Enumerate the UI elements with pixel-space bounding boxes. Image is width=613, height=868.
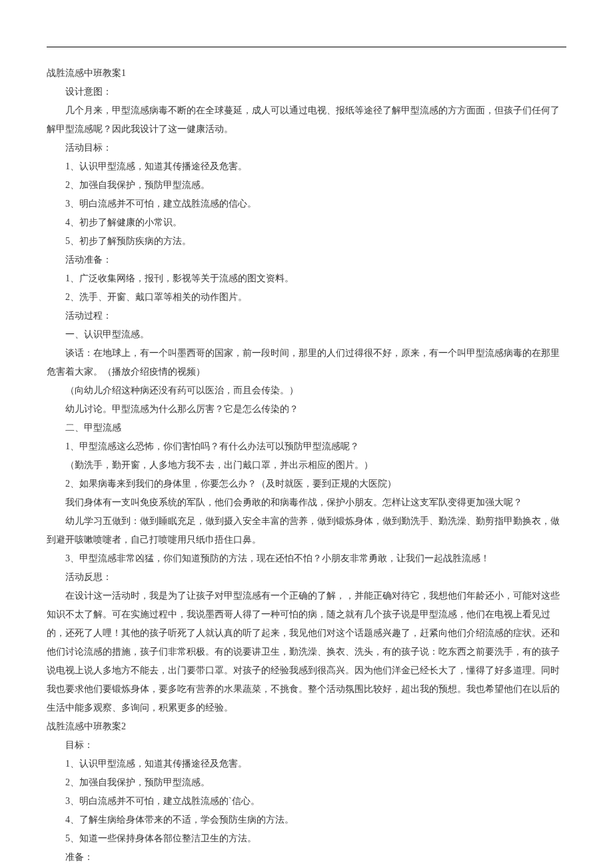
paragraph: 几个月来，甲型流感病毒不断的在全球蔓延，成人可以通过电视、报纸等途径了解甲型流感…	[47, 101, 566, 139]
list-item: 1、广泛收集网络，报刊，影视等关于流感的图文资料。	[47, 269, 566, 288]
section-title: 战胜流感中班教案1	[47, 64, 566, 83]
list-item: 1、甲型流感这么恐怖，你们害怕吗？有什么办法可以预防甲型流感呢？	[47, 437, 566, 456]
paragraph: 谈话：在地球上，有一个叫墨西哥的国家，前一段时间，那里的人们过得很不好，原来，有…	[47, 344, 566, 381]
list-item: 2、加强自我保护，预防甲型流感。	[47, 773, 566, 792]
paragraph: 活动目标：	[47, 139, 566, 157]
list-item: 1、认识甲型流感，知道其传播途径及危害。	[47, 157, 566, 176]
list-item: 2、如果病毒来到我们的身体里，你要怎么办？（及时就医，要到正规的大医院）	[47, 475, 566, 493]
paragraph: 在设计这一活动时，我是为了让孩子对甲型流感有一个正确的了解，，并能正确对待它，我…	[47, 587, 566, 717]
list-item: 1、认识甲型流感，知道其传播途径及危害。	[47, 755, 566, 773]
paragraph: 准备：	[47, 848, 566, 867]
paragraph: 活动准备：	[47, 251, 566, 269]
section-title: 战胜流感中班教案2	[47, 717, 566, 736]
list-item: 3、甲型流感非常凶猛，你们知道预防的方法，现在还怕不怕？小朋友非常勇敢，让我们一…	[47, 549, 566, 568]
list-item: 4、初步了解健康的小常识。	[47, 213, 566, 232]
document-page: 战胜流感中班教案1设计意图：几个月来，甲型流感病毒不断的在全球蔓延，成人可以通过…	[0, 0, 613, 868]
list-item: 3、明白流感并不可怕，建立战胜流感的`信心。	[47, 792, 566, 811]
top-horizontal-rule	[47, 47, 566, 47]
list-item: 5、知道一些保持身体各部位整洁卫生的方法。	[47, 829, 566, 848]
paragraph: （勤洗手，勤开窗，人多地方我不去，出门戴口罩，并出示相应的图片。）	[47, 456, 566, 475]
paragraph: 我们身体有一支叫免疫系统的军队，他们会勇敢的和病毒作战，保护小朋友。怎样让这支军…	[47, 493, 566, 512]
list-item: 3、明白流感并不可怕，建立战胜流感的信心。	[47, 195, 566, 213]
paragraph: 活动反思：	[47, 568, 566, 587]
paragraph: 一、认识甲型流感。	[47, 325, 566, 344]
paragraph: （向幼儿介绍这种病还没有药可以医治，而且会传染。）	[47, 381, 566, 400]
list-item: 5、初步了解预防疾病的方法。	[47, 232, 566, 251]
paragraph: 设计意图：	[47, 83, 566, 101]
list-item: 2、加强自我保护，预防甲型流感。	[47, 176, 566, 195]
paragraph: 目标：	[47, 736, 566, 755]
list-item: 2、洗手、开窗、戴口罩等相关的动作图片。	[47, 288, 566, 307]
document-body: 战胜流感中班教案1设计意图：几个月来，甲型流感病毒不断的在全球蔓延，成人可以通过…	[47, 64, 566, 868]
paragraph: 幼儿讨论。甲型流感为什么那么厉害？它是怎么传染的？	[47, 400, 566, 419]
list-item: 4、了解生病给身体带来的不适，学会预防生病的方法。	[47, 811, 566, 829]
paragraph: 活动过程：	[47, 307, 566, 325]
paragraph: 幼儿学习五做到：做到睡眠充足，做到摄入安全丰富的营养，做到锻炼身体，做到勤洗手、…	[47, 512, 566, 549]
paragraph: 二、甲型流感	[47, 419, 566, 437]
